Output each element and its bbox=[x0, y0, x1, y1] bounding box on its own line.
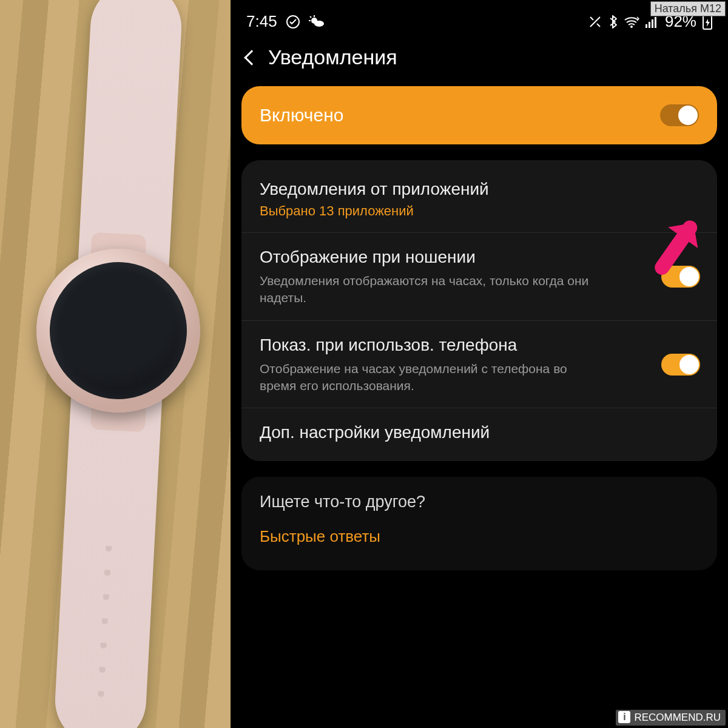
status-time: 7:45 bbox=[246, 12, 277, 31]
footer-card: Ищете что-то другое? Быстрые ответы bbox=[241, 477, 717, 570]
signal-icon bbox=[645, 16, 659, 28]
product-photo bbox=[0, 0, 231, 728]
row-app-notifications[interactable]: Уведомления от приложений Выбрано 13 при… bbox=[241, 165, 717, 232]
watermark-site: i RECOMMEND.RU bbox=[616, 710, 726, 726]
svg-line-4 bbox=[310, 16, 311, 18]
row-advanced-settings[interactable]: Доп. настройки уведомлений bbox=[241, 408, 717, 456]
settings-card: Уведомления от приложений Выбрано 13 при… bbox=[241, 160, 717, 461]
master-toggle-label: Включено bbox=[260, 105, 343, 126]
watermark-site-icon: i bbox=[618, 711, 630, 723]
toggle-show-while-using-phone[interactable] bbox=[661, 354, 700, 376]
row-show-while-wearing[interactable]: Отображение при ношении Уведомления отоб… bbox=[241, 232, 717, 320]
master-toggle[interactable] bbox=[660, 104, 699, 126]
check-circle-icon bbox=[286, 15, 300, 29]
svg-point-6 bbox=[630, 25, 633, 28]
phone-screenshot: 7:45 bbox=[231, 0, 728, 728]
row-show-while-using-phone[interactable]: Показ. при использов. телефона Отображен… bbox=[241, 320, 717, 408]
page-title: Уведомления bbox=[268, 46, 397, 69]
svg-rect-9 bbox=[652, 19, 653, 28]
svg-rect-8 bbox=[649, 22, 650, 28]
quick-replies-link[interactable]: Быстрые ответы bbox=[260, 527, 699, 546]
toggle-show-while-wearing[interactable] bbox=[661, 266, 700, 288]
svg-point-5 bbox=[314, 21, 324, 27]
bluetooth-icon bbox=[608, 15, 618, 29]
master-toggle-card[interactable]: Включено bbox=[241, 86, 717, 144]
back-icon[interactable] bbox=[244, 50, 259, 65]
watermark-site-text: RECOMMEND.RU bbox=[634, 712, 721, 724]
weather-icon bbox=[309, 15, 325, 29]
footer-question: Ищете что-то другое? bbox=[260, 493, 699, 511]
page-header: Уведомления bbox=[231, 37, 728, 86]
watermark-user: Наталья М12 bbox=[650, 1, 726, 16]
svg-rect-7 bbox=[645, 24, 647, 28]
nfc-icon bbox=[588, 15, 602, 29]
wifi-icon bbox=[624, 16, 639, 28]
svg-rect-10 bbox=[655, 17, 656, 28]
